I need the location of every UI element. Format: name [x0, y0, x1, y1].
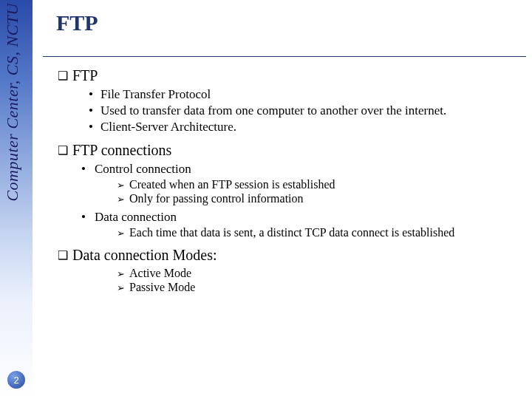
title-divider [43, 56, 526, 57]
section-heading-ftp: ❑FTP [58, 67, 526, 84]
bullet-item: Client-Server Architecture. [89, 120, 526, 134]
page-number-badge: 2 [7, 371, 25, 389]
arrow-item: Each time that data is sent, a distinct … [117, 226, 526, 239]
sub-heading-control: Control connection [81, 162, 526, 177]
sub-heading-text: Data connection [95, 210, 177, 224]
bullet-item: Used to transfer data from one computer … [89, 103, 526, 118]
arrow-list: Active Mode Passive Mode [117, 267, 526, 294]
arrow-item: Passive Mode [117, 281, 526, 294]
section-heading-text: Data connection Modes: [72, 247, 217, 263]
bullet-list: File Transfer Protocol Used to transfer … [89, 87, 526, 134]
section-heading-text: FTP [72, 67, 98, 83]
arrow-list: Each time that data is sent, a distinct … [117, 226, 526, 239]
arrow-item: Active Mode [117, 267, 526, 280]
sub-heading-text: Control connection [95, 162, 191, 176]
square-bullet-icon: ❑ [58, 144, 68, 157]
section-heading-connections: ❑FTP connections [58, 142, 526, 159]
slide-title: FTP [56, 10, 526, 35]
section-heading-modes: ❑Data connection Modes: [58, 247, 526, 264]
sidebar-gradient: Computer Center, CS, NCTU 2 [0, 0, 33, 399]
bullet-item: File Transfer Protocol [89, 87, 526, 102]
arrow-item: Only for passing control information [117, 192, 526, 205]
arrow-item: Created when an FTP session is establish… [117, 178, 526, 191]
section-heading-text: FTP connections [72, 142, 171, 158]
slide-content: FTP ❑FTP File Transfer Protocol Used to … [43, 0, 526, 299]
square-bullet-icon: ❑ [58, 249, 68, 262]
arrow-list: Created when an FTP session is establish… [117, 178, 526, 205]
org-label: Computer Center, CS, NCTU [3, 3, 22, 202]
square-bullet-icon: ❑ [58, 69, 68, 82]
sub-heading-data: Data connection [81, 210, 526, 225]
